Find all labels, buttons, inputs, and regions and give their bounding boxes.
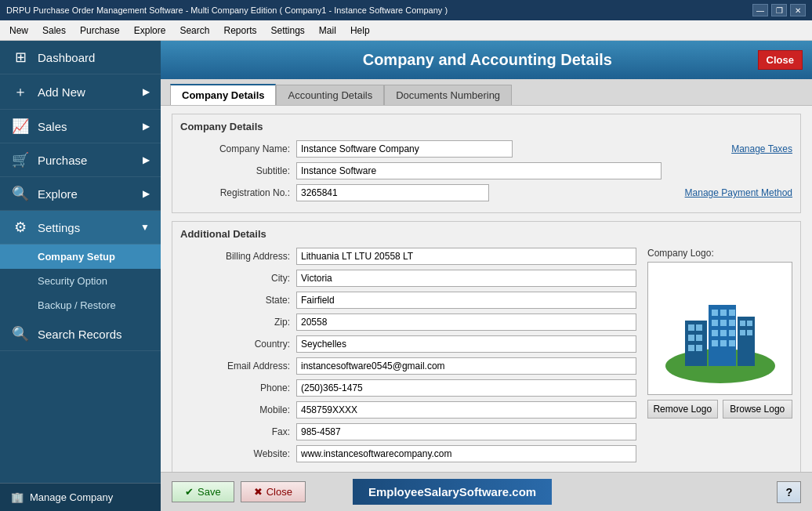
mobile-row: Mobile:: [180, 401, 636, 419]
settings-icon: ⚙: [11, 219, 30, 236]
fax-input[interactable]: [296, 423, 636, 440]
fax-row: Fax:: [180, 423, 636, 440]
registration-input[interactable]: [296, 184, 489, 201]
sidebar-manage-company[interactable]: 🏢 Manage Company: [0, 483, 161, 511]
company-name-label: Company Name:: [180, 143, 290, 154]
email-label: Email Address:: [180, 361, 290, 371]
sidebar-label-explore: Explore: [38, 187, 78, 201]
svg-rect-19: [712, 340, 718, 346]
menu-mail[interactable]: Mail: [313, 24, 343, 38]
menu-help[interactable]: Help: [344, 24, 376, 38]
save-button[interactable]: ✔ Save: [172, 481, 234, 502]
phone-input[interactable]: [296, 379, 636, 397]
company-details-title: Company Details: [180, 121, 792, 134]
zip-label: Zip:: [180, 317, 290, 328]
help-button[interactable]: ?: [777, 481, 801, 503]
menu-explore[interactable]: Explore: [128, 24, 172, 38]
sidebar-item-explore[interactable]: 🔍 Explore ▶: [0, 177, 161, 211]
company-name-input[interactable]: [296, 140, 513, 158]
tab-documents-numbering[interactable]: Documents Numbering: [384, 85, 512, 105]
search-records-icon: 🔍: [11, 325, 30, 342]
email-input[interactable]: [296, 357, 636, 375]
remove-logo-button[interactable]: Remove Logo: [647, 400, 718, 419]
menu-search[interactable]: Search: [173, 24, 216, 38]
phone-label: Phone:: [180, 382, 290, 393]
country-input[interactable]: [296, 335, 636, 353]
sidebar-item-dashboard[interactable]: ⊞ Dashboard: [0, 41, 161, 74]
header-close-button[interactable]: Close: [758, 50, 803, 70]
bottom-bar: ✔ Save ✖ Close EmployeeSalarySoftware.co…: [161, 472, 812, 511]
menu-bar: New Sales Purchase Explore Search Report…: [0, 20, 812, 41]
country-label: Country:: [180, 339, 290, 350]
sidebar-label-sales: Sales: [38, 120, 67, 133]
menu-settings[interactable]: Settings: [265, 24, 311, 38]
sidebar-item-purchase[interactable]: 🛒 Purchase ▶: [0, 143, 161, 177]
sidebar-label-search-records: Search Records: [38, 328, 122, 341]
left-form: Billing Address: City: State: Zip:: [180, 248, 636, 467]
svg-rect-8: [688, 345, 694, 351]
form-area: Company Details Company Name: Manage Tax…: [161, 106, 812, 472]
sidebar-label-purchase: Purchase: [38, 154, 87, 167]
sidebar-item-search-records[interactable]: 🔍 Search Records: [0, 317, 161, 351]
menu-reports[interactable]: Reports: [217, 24, 263, 38]
explore-icon: 🔍: [11, 185, 30, 202]
sidebar-item-settings[interactable]: ⚙ Settings ▼: [0, 211, 161, 245]
dashboard-icon: ⊞: [11, 49, 30, 66]
menu-purchase[interactable]: Purchase: [74, 24, 126, 38]
svg-rect-21: [729, 340, 735, 346]
company-name-row: Company Name: Manage Taxes: [180, 140, 792, 158]
additional-details-section: Additional Details Billing Address: City…: [172, 221, 801, 472]
svg-rect-9: [696, 345, 702, 351]
additional-details-title: Additional Details: [180, 228, 792, 241]
email-row: Email Address:: [180, 357, 636, 375]
website-input[interactable]: [296, 445, 636, 462]
browse-logo-button[interactable]: Browse Logo: [723, 400, 793, 419]
sidebar-label-company-setup: Company Setup: [38, 251, 115, 263]
minimize-button[interactable]: —: [752, 4, 768, 16]
svg-rect-5: [696, 324, 702, 331]
billing-label: Billing Address:: [180, 251, 290, 262]
mobile-input[interactable]: [296, 401, 636, 419]
menu-sales[interactable]: Sales: [36, 24, 72, 38]
svg-rect-22: [740, 321, 745, 326]
billing-input[interactable]: [296, 248, 636, 265]
manage-taxes-link[interactable]: Manage Taxes: [731, 143, 792, 154]
manage-payment-link[interactable]: Manage Payment Method: [685, 187, 792, 198]
close-button[interactable]: ✖ Close: [241, 481, 306, 502]
svg-rect-20: [720, 340, 727, 346]
tab-company-details[interactable]: Company Details: [170, 84, 276, 105]
svg-rect-6: [688, 335, 694, 341]
sidebar-item-sales[interactable]: 📈 Sales ▶: [0, 110, 161, 143]
tab-accounting-details[interactable]: Accounting Details: [276, 85, 384, 105]
svg-rect-4: [688, 324, 694, 331]
page-title: Company and Accounting Details: [363, 51, 612, 69]
maximize-button[interactable]: ❐: [771, 4, 787, 16]
sales-icon: 📈: [11, 118, 30, 135]
svg-rect-7: [696, 335, 702, 341]
subtitle-label: Subtitle:: [180, 165, 290, 176]
sidebar-item-backup-restore[interactable]: Backup / Restore: [0, 293, 161, 317]
city-label: City:: [180, 273, 290, 284]
website-row: Website:: [180, 445, 636, 462]
zip-row: Zip:: [180, 313, 636, 331]
sidebar-item-security-option[interactable]: Security Option: [0, 269, 161, 293]
sidebar-item-company-setup[interactable]: Company Setup: [0, 245, 161, 269]
mobile-label: Mobile:: [180, 404, 290, 415]
state-input[interactable]: [296, 292, 636, 309]
close-window-button[interactable]: ✕: [790, 4, 806, 16]
svg-rect-18: [729, 330, 735, 336]
registration-row: Registration No.: Manage Payment Method: [180, 184, 792, 201]
sidebar-item-add-new[interactable]: ＋ Add New ▶: [0, 74, 161, 110]
menu-new[interactable]: New: [3, 24, 34, 38]
add-new-icon: ＋: [11, 82, 30, 101]
zip-input[interactable]: [296, 313, 636, 331]
manage-company-icon: 🏢: [11, 491, 24, 503]
subtitle-row: Subtitle:: [180, 162, 792, 179]
city-input[interactable]: [296, 270, 636, 287]
subtitle-input[interactable]: [296, 162, 662, 179]
company-logo-image: [662, 274, 779, 383]
sidebar-label-dashboard: Dashboard: [38, 51, 95, 64]
main-content-row: Billing Address: City: State: Zip:: [180, 248, 792, 467]
svg-rect-11: [720, 310, 727, 316]
logo-panel: Company Logo:: [647, 248, 792, 467]
